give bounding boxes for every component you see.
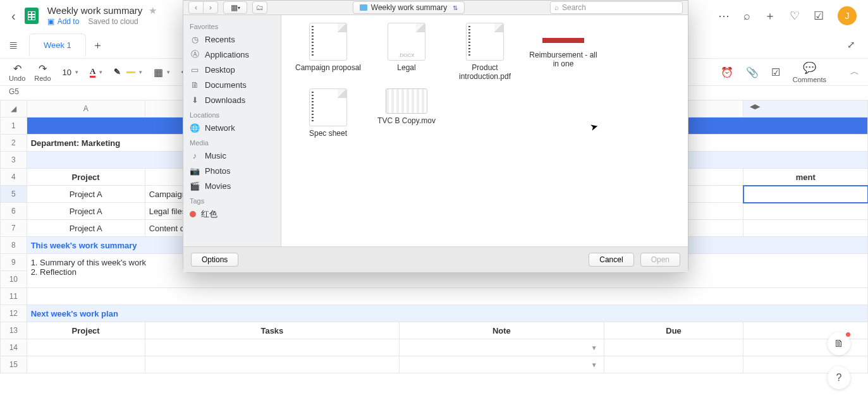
dropdown-arrow-icon[interactable]: ▼ xyxy=(591,361,600,368)
row-header[interactable]: 13 xyxy=(1,322,27,339)
cell[interactable] xyxy=(743,356,868,373)
row-header[interactable]: 7 xyxy=(1,220,27,237)
row-header[interactable]: 15 xyxy=(1,356,27,373)
file-item[interactable]: Product introduction.pdf xyxy=(446,20,524,83)
add-tab-button[interactable]: ＋ xyxy=(92,38,103,52)
nav-back-button[interactable]: ‹ xyxy=(188,1,204,14)
file-item[interactable]: Reimbursement - all in one xyxy=(524,20,602,83)
open-button[interactable]: Open xyxy=(640,253,680,267)
downloads-icon: ⬇ xyxy=(190,95,200,105)
sb-recents[interactable]: ◷Recents xyxy=(183,32,281,47)
layers-icon[interactable]: ≣ xyxy=(9,39,18,52)
notes-fab[interactable]: 🗎 xyxy=(828,332,850,355)
expand-icon[interactable]: ⤢ xyxy=(847,39,855,51)
cell[interactable]: Project xyxy=(27,322,145,339)
document-title[interactable]: Weekly work summary xyxy=(47,4,143,17)
cell[interactable]: Tasks xyxy=(145,322,399,339)
row-header[interactable]: 5 xyxy=(1,186,27,203)
more-icon[interactable]: ⋯ xyxy=(718,9,730,23)
sb-downloads[interactable]: ⬇Downloads xyxy=(183,92,281,107)
row-header[interactable]: 6 xyxy=(1,203,27,220)
avatar[interactable]: J xyxy=(838,6,857,25)
cell[interactable]: Project A xyxy=(27,220,145,237)
sb-music[interactable]: ♪Music xyxy=(183,148,281,163)
file-grid: Campaign proposal Legal Product introduc… xyxy=(281,15,688,246)
fill-color[interactable]: ✎▾ xyxy=(114,67,142,77)
file-label: Reimbursement - all in one xyxy=(525,51,601,68)
cell[interactable]: Project A xyxy=(27,186,145,203)
sb-documents[interactable]: 🗎Documents xyxy=(183,77,281,92)
add-to-button[interactable]: ▣Add to xyxy=(47,17,80,27)
row-header[interactable]: 12 xyxy=(1,305,27,322)
borders[interactable]: ▦▾ xyxy=(154,66,170,78)
file-item[interactable]: Legal xyxy=(367,20,446,83)
options-button[interactable]: Options xyxy=(191,253,238,267)
sb-movies[interactable]: 🎬Movies xyxy=(183,178,281,193)
cell[interactable] xyxy=(145,339,399,356)
cell[interactable] xyxy=(743,203,868,220)
cell[interactable] xyxy=(27,339,145,356)
cell[interactable]: Due xyxy=(604,322,743,339)
cell[interactable] xyxy=(27,356,145,373)
row-header[interactable]: 2 xyxy=(1,135,27,152)
sb-tag-red[interactable]: 红色 xyxy=(183,206,281,222)
group-button[interactable]: 🗂 xyxy=(252,1,267,14)
star-icon[interactable]: ★ xyxy=(149,4,157,17)
row-header[interactable]: 4 xyxy=(1,169,27,186)
cell[interactable]: Project A xyxy=(27,203,145,220)
checkbox-icon[interactable]: ☑ xyxy=(771,66,780,78)
cell[interactable] xyxy=(604,339,743,356)
plus-icon[interactable]: ＋ xyxy=(764,8,776,23)
file-item[interactable]: Campaign proposal xyxy=(289,20,367,83)
sb-applications[interactable]: ⒶApplications xyxy=(183,47,281,62)
cancel-button[interactable]: Cancel xyxy=(589,253,633,267)
select-all[interactable]: ◢ xyxy=(1,100,27,118)
file-item[interactable]: TVC B Copy.mov xyxy=(367,86,446,140)
col-E-header[interactable] xyxy=(743,100,868,118)
alarm-icon[interactable]: ⏰ xyxy=(721,66,733,78)
cell[interactable]: Project xyxy=(27,169,145,186)
column-resize-handle[interactable]: ◀▶ xyxy=(750,102,760,111)
cell[interactable]: ▼ xyxy=(400,339,604,356)
dropdown-arrow-icon[interactable]: ▼ xyxy=(591,344,600,351)
sb-photos[interactable]: 📷Photos xyxy=(183,163,281,178)
bulb-icon[interactable]: ♡ xyxy=(790,9,800,23)
cell[interactable] xyxy=(743,220,868,237)
help-fab[interactable]: ? xyxy=(828,366,850,389)
fontsize-select[interactable]: 10▾ xyxy=(63,68,78,77)
checklist-icon[interactable]: ☑ xyxy=(814,9,824,23)
row-header[interactable]: 10 xyxy=(1,271,27,288)
comments-button[interactable]: 💬Comments xyxy=(793,61,826,83)
sb-network[interactable]: 🌐Network xyxy=(183,120,281,135)
undo-button[interactable]: ↶Undo xyxy=(9,63,25,82)
row-header[interactable]: 11 xyxy=(1,288,27,305)
view-mode-button[interactable]: ▦ ▾ xyxy=(223,1,247,14)
nav-forward-button[interactable]: › xyxy=(203,1,218,14)
attachment-icon[interactable]: 📎 xyxy=(746,66,759,78)
row-header[interactable]: 3 xyxy=(1,152,27,169)
text-color[interactable]: A▾ xyxy=(90,67,102,78)
row-header[interactable]: 8 xyxy=(1,237,27,254)
cell[interactable] xyxy=(145,356,399,373)
cell[interactable] xyxy=(604,356,743,373)
collapse-toolbar-icon[interactable]: ︿ xyxy=(850,66,859,78)
row-header[interactable]: 9 xyxy=(1,254,27,271)
file-item[interactable]: Spec sheet xyxy=(289,86,367,140)
redo-button[interactable]: ↷Redo xyxy=(34,63,51,82)
row-header[interactable]: 1 xyxy=(1,118,27,135)
back-button[interactable]: ‹ xyxy=(11,9,16,23)
row-header[interactable]: 14 xyxy=(1,339,27,356)
cell[interactable] xyxy=(27,288,867,305)
search-icon[interactable]: ⌕ xyxy=(743,9,750,23)
path-dropdown[interactable]: Weekly work summary ⇅ xyxy=(353,1,465,14)
col-A-header[interactable]: A xyxy=(27,100,145,118)
sb-desktop[interactable]: ▭Desktop xyxy=(183,62,281,77)
cell[interactable]: ment xyxy=(743,169,868,186)
network-icon: 🌐 xyxy=(190,123,200,133)
selected-cell[interactable] xyxy=(743,186,868,203)
cell[interactable]: ▼ xyxy=(400,356,604,373)
search-input[interactable]: ⌕ Search xyxy=(550,1,683,14)
tab-week1[interactable]: Week 1 xyxy=(29,33,86,56)
cell[interactable]: Note xyxy=(400,322,604,339)
cell[interactable]: Next week's work plan xyxy=(27,305,867,322)
